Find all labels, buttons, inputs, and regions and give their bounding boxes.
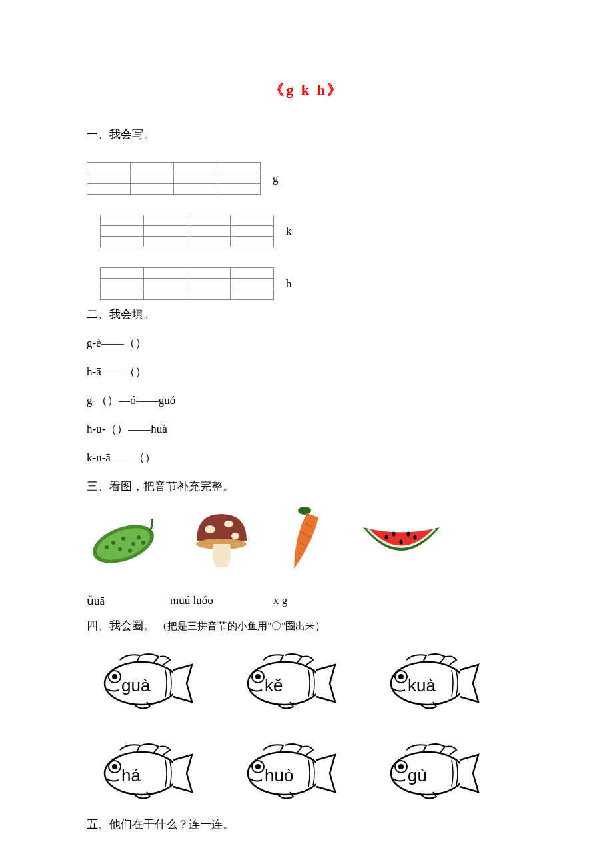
svg-point-14 <box>298 507 311 515</box>
fish-label: há <box>121 765 141 786</box>
fish-label: kě <box>265 675 283 696</box>
writing-grid-k: k <box>100 215 526 247</box>
bitter-gourd-icon <box>87 511 163 571</box>
fish-label: guà <box>121 675 150 696</box>
svg-point-6 <box>128 549 132 553</box>
svg-point-31 <box>398 674 404 679</box>
svg-point-12 <box>231 533 239 539</box>
fish-item[interactable]: kě <box>230 650 336 713</box>
svg-point-28 <box>255 674 261 679</box>
fish-item[interactable]: gù <box>373 740 480 803</box>
svg-point-3 <box>121 537 125 541</box>
fill-line-5[interactable]: k-u-ā——（） <box>87 450 526 465</box>
writing-grid-g: g <box>87 162 526 195</box>
fish-grid: guà kě <box>87 650 526 803</box>
svg-point-2 <box>111 541 115 545</box>
svg-point-20 <box>414 535 417 540</box>
writing-grid-h: h <box>100 267 526 300</box>
svg-point-5 <box>118 547 122 551</box>
svg-point-25 <box>112 674 117 679</box>
svg-point-8 <box>105 545 109 549</box>
svg-point-18 <box>385 535 388 540</box>
fish-label: gù <box>408 765 427 786</box>
svg-point-40 <box>398 764 404 769</box>
q3-answers[interactable]: ǔuā muú luóo x g <box>87 594 526 608</box>
fish-item[interactable]: há <box>87 740 193 803</box>
svg-point-7 <box>137 535 141 539</box>
section-3: 三、看图，把音节补充完整。 <box>87 479 526 608</box>
section-4-heading: 四、我会圈。 （把是三拼音节的小鱼用"〇"圈出来） <box>87 618 526 633</box>
writing-grid-table[interactable] <box>87 162 261 195</box>
fill-line-1[interactable]: g-è——（） <box>87 335 526 351</box>
fish-label: kuà <box>408 675 436 696</box>
section-5: 五、他们在干什么？连一连。 <box>87 817 526 832</box>
grid-label-k: k <box>286 225 292 238</box>
grid-label-h: h <box>286 277 292 291</box>
q3-answer-3: x g <box>273 594 287 608</box>
svg-point-4 <box>131 542 135 546</box>
svg-point-21 <box>392 532 396 537</box>
grid-label-g: g <box>273 172 279 185</box>
section-4-subheading: （把是三拼音节的小鱼用"〇"圈出来） <box>157 621 325 631</box>
svg-point-22 <box>407 532 410 537</box>
carrot-icon <box>280 504 330 577</box>
fish-item[interactable]: huò <box>230 740 336 803</box>
section-1-heading: 一、我会写。 <box>87 127 526 142</box>
svg-point-19 <box>400 540 403 545</box>
fish-item[interactable]: kuà <box>373 650 480 713</box>
svg-point-10 <box>205 525 215 533</box>
fish-label: huò <box>265 765 293 786</box>
fill-line-4[interactable]: h-u-（）——huà <box>87 421 526 437</box>
svg-point-11 <box>224 521 233 527</box>
svg-point-37 <box>255 764 261 769</box>
svg-point-9 <box>141 541 145 545</box>
writing-grid-table[interactable] <box>100 267 274 300</box>
section-2-heading: 二、我会填。 <box>87 307 526 322</box>
section-2: 二、我会填。 g-è——（） h-ā——（） g-（）—ó——guó h-u-（… <box>87 307 526 465</box>
page-title: 《g k h》 <box>87 80 526 100</box>
fill-line-3[interactable]: g-（）—ó——guó <box>87 393 526 408</box>
q3-answer-1: ǔuā <box>87 594 170 608</box>
mushroom-icon <box>190 511 253 571</box>
section-4-heading-main: 四、我会圈。 <box>87 619 155 632</box>
q3-image-row <box>87 504 526 577</box>
fish-icon <box>230 650 336 713</box>
svg-point-34 <box>112 764 117 769</box>
fish-item[interactable]: guà <box>87 650 193 713</box>
q3-answer-2: muú luóo <box>170 594 273 608</box>
section-1: 一、我会写。 g k h <box>87 127 526 300</box>
section-3-heading: 三、看图，把音节补充完整。 <box>87 479 526 494</box>
section-5-heading: 五、他们在干什么？连一连。 <box>87 817 526 832</box>
section-4: 四、我会圈。 （把是三拼音节的小鱼用"〇"圈出来） guà <box>87 618 526 803</box>
fill-line-2[interactable]: h-ā——（） <box>87 364 526 379</box>
writing-grid-table[interactable] <box>100 215 274 247</box>
watermelon-icon <box>356 514 446 567</box>
